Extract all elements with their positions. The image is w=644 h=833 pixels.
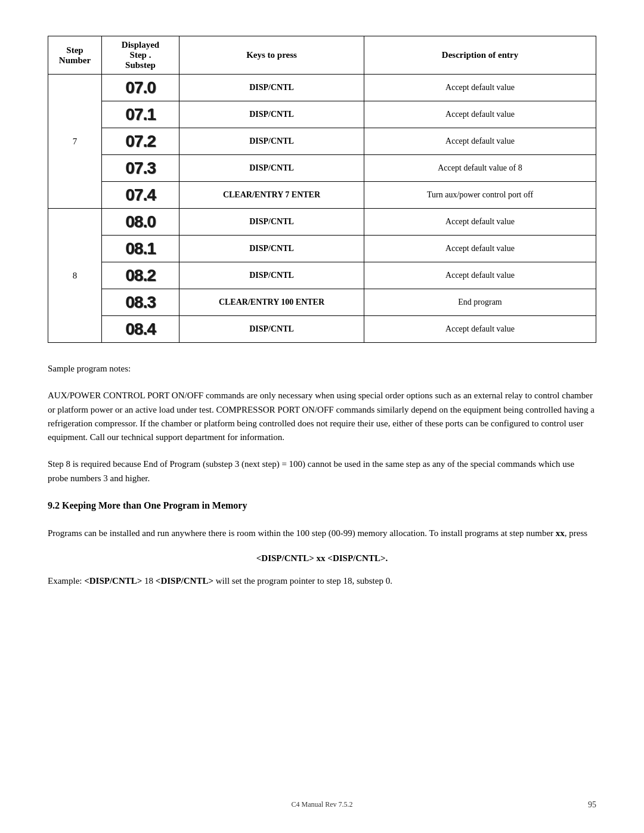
para3: Programs can be installed and run anywhe… xyxy=(48,527,596,540)
para2-section: Step 8 is required because End of Progra… xyxy=(48,457,596,485)
notes-section: Sample program notes: xyxy=(48,362,596,376)
step-number-cell: 8 xyxy=(48,209,102,343)
glyph-cell: 07.3 xyxy=(102,155,179,182)
keys-cell: DISP/CNTL xyxy=(179,262,364,289)
keys-cell: DISP/CNTL xyxy=(179,101,364,128)
para2: Step 8 is required because End of Progra… xyxy=(48,457,596,485)
description-cell: Accept default value xyxy=(364,316,596,343)
keys-cell: DISP/CNTL xyxy=(179,209,364,236)
header-step: StepNumber xyxy=(48,36,102,75)
para4-section: Example: <DISP/CNTL> 18 <DISP/CNTL> will… xyxy=(48,574,596,588)
glyph-cell: 08.1 xyxy=(102,236,179,262)
keys-cell: DISP/CNTL xyxy=(179,236,364,262)
para1-section: AUX/POWER CONTROL PORT ON/OFF commands a… xyxy=(48,389,596,444)
description-cell: Accept default value xyxy=(364,209,596,236)
header-displayed: Displayed Step . Substep xyxy=(102,36,179,75)
para4: Example: <DISP/CNTL> 18 <DISP/CNTL> will… xyxy=(48,574,596,588)
description-cell: Accept default value of 8 xyxy=(364,155,596,182)
main-table: StepNumber Displayed Step . Substep Keys… xyxy=(48,36,596,343)
center-cmd: <DISP/CNTL> xx <DISP/CNTL>. xyxy=(48,553,596,563)
para3-section: Programs can be installed and run anywhe… xyxy=(48,527,596,540)
description-cell: Accept default value xyxy=(364,75,596,101)
display-glyph: 08.3 xyxy=(125,293,156,312)
display-glyph: 08.2 xyxy=(125,266,156,285)
glyph-cell: 08.2 xyxy=(102,262,179,289)
display-glyph: 08.0 xyxy=(125,212,156,231)
glyph-cell: 08.0 xyxy=(102,209,179,236)
description-cell: Accept default value xyxy=(364,128,596,155)
keys-cell: DISP/CNTL xyxy=(179,155,364,182)
sample-notes-label: Sample program notes: xyxy=(48,362,596,376)
keys-cell: DISP/CNTL xyxy=(179,75,364,101)
section-heading-section: 9.2 Keeping More than One Program in Mem… xyxy=(48,498,596,513)
keys-cell: CLEAR/ENTRY 100 ENTER xyxy=(179,289,364,316)
keys-cell: DISP/CNTL xyxy=(179,316,364,343)
keys-cell: CLEAR/ENTRY 7 ENTER xyxy=(179,182,364,209)
footer-manual: C4 Manual Rev 7.5.2 xyxy=(292,800,353,809)
glyph-cell: 07.0 xyxy=(102,75,179,101)
display-glyph: 08.1 xyxy=(125,239,156,258)
glyph-cell: 08.3 xyxy=(102,289,179,316)
description-cell: Accept default value xyxy=(364,262,596,289)
display-glyph: 07.1 xyxy=(125,105,156,124)
footer: C4 Manual Rev 7.5.2 95 xyxy=(0,800,644,809)
glyph-cell: 08.4 xyxy=(102,316,179,343)
display-glyph: 08.4 xyxy=(125,320,156,339)
glyph-cell: 07.4 xyxy=(102,182,179,209)
description-cell: Turn aux/power control port off xyxy=(364,182,596,209)
section-heading: 9.2 Keeping More than One Program in Mem… xyxy=(48,498,596,513)
glyph-cell: 07.2 xyxy=(102,128,179,155)
para1: AUX/POWER CONTROL PORT ON/OFF commands a… xyxy=(48,389,596,444)
description-cell: Accept default value xyxy=(364,101,596,128)
glyph-cell: 07.1 xyxy=(102,101,179,128)
header-desc: Description of entry xyxy=(364,36,596,75)
description-cell: Accept default value xyxy=(364,236,596,262)
display-glyph: 07.3 xyxy=(125,159,156,178)
display-glyph: 07.4 xyxy=(125,185,156,205)
keys-cell: DISP/CNTL xyxy=(179,128,364,155)
footer-page: 95 xyxy=(588,800,596,810)
display-glyph: 07.2 xyxy=(125,132,156,151)
display-glyph: 07.0 xyxy=(125,78,156,97)
description-cell: End program xyxy=(364,289,596,316)
header-keys: Keys to press xyxy=(179,36,364,75)
step-number-cell: 7 xyxy=(48,75,102,209)
